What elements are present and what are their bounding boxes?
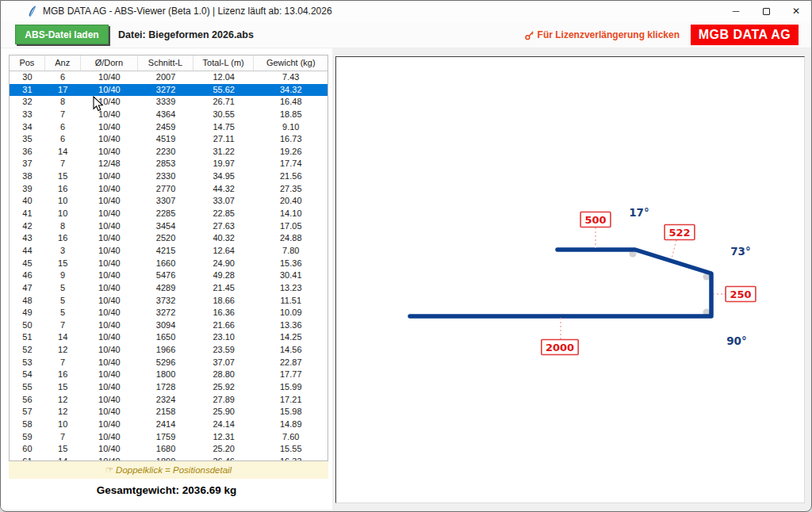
table-cell: 10/40 [81,71,139,84]
table-cell: 18.85 [254,109,327,121]
table-row[interactable]: 611410/40189026.4616.33 [10,456,327,460]
table-cell: 16.36 [193,307,255,319]
table-cell: 12 [45,406,81,418]
table-row[interactable]: 411010/40228522.8514.10 [10,208,327,220]
table-cell: 10/40 [81,258,139,270]
table-cell: 10/40 [81,307,139,319]
angle-label-text: 73° [730,245,751,258]
table-cell: 10/40 [81,381,139,394]
table-row[interactable]: 37712/48285319.9717.74 [10,158,327,170]
table-row[interactable]: 35610/40451927.1116.73 [10,133,327,146]
table-cell: 3454 [138,220,193,233]
table-cell: 10/40 [81,146,139,159]
table-cell: 34 [10,121,45,134]
table-row[interactable]: 401010/40330733.0720.40 [10,195,327,208]
bend-shape-canvas: 500522250200017°73°90° [335,56,805,503]
table-cell: 5 [45,282,81,295]
table-cell: 2285 [138,208,193,220]
table-row[interactable]: 601510/40168025.2015.55 [10,443,327,456]
table-row[interactable]: 42810/40345427.6317.05 [10,220,327,233]
column-header-5[interactable]: Gewicht (kg) [254,55,327,71]
table-cell: 10/40 [81,357,139,369]
table-row[interactable]: 391610/40277044.3227.35 [10,183,327,196]
window-title: MGB DATA AG - ABS-Viewer (Beta 1.0) | Li… [43,1,332,21]
table-cell: 47 [10,282,45,295]
table-cell: 3307 [138,195,193,208]
table-cell: 14.75 [193,121,255,134]
table-cell: 6 [45,71,81,84]
table-row[interactable]: 541610/40180028.8017.77 [10,369,327,381]
angle-label-text: 90° [726,334,747,347]
column-header-4[interactable]: Total-L (m) [193,55,255,71]
table-cell: 12.64 [193,245,255,258]
load-abs-file-button[interactable]: ABS-Datei laden [15,25,109,44]
table-cell: 10/40 [81,331,139,344]
table-cell: 60 [10,443,45,456]
table-cell: 4215 [138,245,193,258]
table-row[interactable]: 48510/40373218.6611.51 [10,295,327,308]
table-cell: 1759 [138,431,193,444]
table-row[interactable]: 571210/40215825.9015.98 [10,406,327,418]
table-cell: 59 [10,431,45,444]
table-row[interactable]: 381510/40233034.9521.56 [10,170,327,183]
table-row[interactable]: 361410/40223031.2219.26 [10,146,327,159]
table-cell: 1660 [138,258,193,270]
table-cell: 8 [45,220,81,233]
table-row[interactable]: 32810/40333926.7116.48 [10,96,327,109]
table-cell: 14.10 [254,208,327,220]
dimension-label-text: 500 [584,214,606,226]
table-cell: 10/40 [81,84,139,97]
table-cell: 16 [45,232,81,245]
table-cell: 46 [10,269,45,282]
table-cell: 31 [10,84,45,97]
table-row[interactable]: 511410/40165023.1014.25 [10,331,327,344]
table-row[interactable]: 30610/40200712.047.43 [10,71,327,84]
table-row[interactable]: 34610/40245914.759.10 [10,121,327,134]
table-row[interactable]: 561210/40232427.8917.21 [10,394,327,407]
table-cell: 7.43 [254,71,327,84]
table-cell: 31.22 [193,146,255,159]
column-header-0[interactable]: Pos [10,55,45,71]
table-cell: 2414 [138,418,193,431]
table-row[interactable]: 53710/40529637.0722.87 [10,357,327,369]
table-cell: 26.71 [193,96,255,109]
table-row[interactable]: 311710/40327255.6234.32 [10,84,327,97]
table-cell: 34.95 [193,170,255,183]
table-cell: 13.36 [254,319,327,332]
table-row[interactable]: 50710/40309421.6613.36 [10,319,327,332]
column-header-2[interactable]: Ø/Dorn [81,55,139,71]
minimize-icon: ─ [733,6,740,17]
company-logo-text: MGB DATA AG [699,28,791,42]
minimize-button[interactable]: ─ [721,1,751,21]
column-header-1[interactable]: Anz [45,55,81,71]
column-header-3[interactable]: Schnitt-L [138,55,193,71]
license-renewal-link[interactable]: Für Lizenzverlängerung klicken [525,21,680,48]
dimension-leader-line [672,240,676,258]
dimension-label-text: 250 [730,288,751,300]
table-row[interactable]: 551510/40172825.9215.99 [10,381,327,394]
table-row[interactable]: 581010/40241424.1414.89 [10,418,327,431]
table-cell: 3094 [138,319,193,332]
table-row[interactable]: 46910/40547649.2830.41 [10,269,327,282]
table-row[interactable]: 521210/40196623.5914.56 [10,344,327,357]
license-link-label: Für Lizenzverlängerung klicken [538,21,680,48]
maximize-button[interactable] [751,1,781,21]
table-cell: 10/40 [81,418,139,431]
doubleclick-hint: ☞Doppelklick = Positionsdetail [9,461,328,479]
close-button[interactable]: ✕ [781,1,811,21]
table-row[interactable]: 431610/40252040.3224.88 [10,232,327,245]
table-cell: 10 [45,208,81,220]
table-cell: 9.10 [254,121,327,134]
table-row[interactable]: 44310/40421512.647.80 [10,245,327,258]
table-row[interactable]: 451510/40166024.9015.36 [10,258,327,270]
table-row[interactable]: 49510/40327216.3610.09 [10,307,327,319]
table-cell: 8 [45,96,81,109]
dimension-label-text: 2000 [546,342,574,353]
table-row[interactable]: 47510/40428921.4513.23 [10,282,327,295]
table-cell: 10/40 [81,232,139,245]
table-row[interactable]: 33710/40436430.5518.85 [10,109,327,121]
table-cell: 11.51 [254,295,327,308]
table-cell: 10/40 [81,245,139,258]
table-row[interactable]: 59710/40175912.317.60 [10,431,327,444]
company-logo: MGB DATA AG [691,25,799,45]
